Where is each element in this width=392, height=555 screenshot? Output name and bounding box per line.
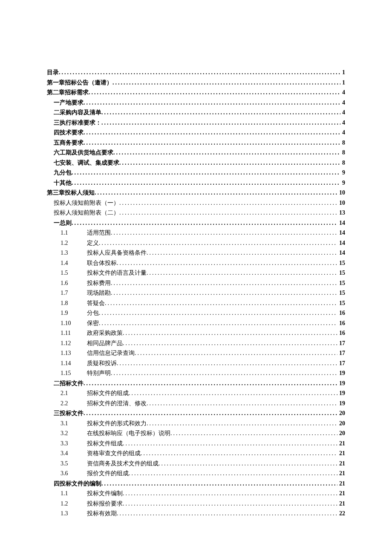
- toc-leader-dots: [141, 448, 337, 459]
- toc-leader-dots: [84, 128, 340, 138]
- toc-entry-page: 16: [337, 318, 345, 328]
- toc-entry-title: 七安装、调试、集成要求: [54, 158, 119, 168]
- toc-entry-page: 10: [337, 198, 345, 208]
- toc-leader-dots: [72, 168, 340, 178]
- toc-leader-dots: [117, 509, 337, 519]
- toc-entry-number: 1.3: [61, 248, 87, 258]
- toc-leader-dots: [99, 238, 337, 248]
- toc-entry-page: 4: [340, 108, 345, 118]
- toc-leader-dots: [111, 278, 337, 288]
- toc-entry: 1.8答疑会15: [47, 298, 345, 308]
- toc-entry: 1.12相同品牌产品17: [47, 338, 345, 349]
- toc-entry-title: 分包: [87, 308, 99, 318]
- toc-entry-page: 15: [337, 278, 345, 288]
- toc-entry: 1.2定义14: [47, 238, 345, 248]
- toc-entry: 二招标文件19: [47, 378, 345, 389]
- toc-entry-page: 4: [340, 118, 345, 128]
- toc-entry: 一产地要求4: [47, 98, 345, 108]
- toc-entry-page: 4: [340, 87, 345, 98]
- toc-entry-title: 投标文件组成: [87, 439, 123, 449]
- toc-entry-page: 4: [340, 98, 345, 108]
- toc-entry-title: 十其他: [54, 178, 72, 188]
- toc-leader-dots: [111, 288, 337, 298]
- toc-entry: 四技术要求4: [47, 128, 345, 138]
- table-of-contents: 目录1第一章招标公告（邀请）1第二章招标需求4一产地要求4二采购内容及清单4三执…: [47, 67, 345, 519]
- toc-leader-dots: [95, 188, 337, 198]
- toc-entry-page: 15: [337, 298, 345, 308]
- toc-leader-dots: [111, 228, 337, 238]
- toc-leader-dots: [89, 87, 340, 98]
- toc-entry-page: 19: [337, 398, 345, 409]
- toc-entry-number: 1.9: [61, 308, 87, 318]
- toc-entry-title: 一总则: [54, 218, 72, 228]
- toc-entry: 三执行标准要求：4: [47, 118, 345, 128]
- toc-entry-page: 9: [340, 178, 345, 188]
- toc-entry-title: 特别声明: [87, 368, 111, 378]
- toc-leader-dots: [72, 178, 340, 188]
- toc-entry-page: 20: [337, 428, 345, 439]
- toc-entry-title: 二招标文件: [54, 378, 84, 389]
- toc-entry: 3.1投标文件的形式和效力20: [47, 418, 345, 429]
- toc-entry-title: 答疑会: [87, 298, 105, 308]
- toc-leader-dots: [101, 108, 340, 118]
- toc-entry-number: 1.2: [61, 238, 87, 248]
- toc-leader-dots: [123, 338, 337, 349]
- toc-entry-page: 21: [337, 448, 345, 459]
- toc-entry: 投标人须知前附表（一）10: [47, 198, 345, 208]
- toc-entry-title: 三投标文件: [54, 408, 84, 418]
- toc-entry-title: 相同品牌产品: [87, 338, 123, 349]
- toc-entry: 1.9分包16: [47, 308, 345, 318]
- toc-entry: 1.13信用信息记录查询17: [47, 348, 345, 358]
- toc-entry-page: 15: [337, 258, 345, 268]
- toc-entry-page: 17: [337, 358, 345, 369]
- toc-leader-dots: [84, 408, 337, 418]
- toc-entry-title: 五商务要求: [54, 138, 84, 148]
- toc-entry: 九分包9: [47, 168, 345, 178]
- toc-leader-dots: [123, 439, 337, 449]
- toc-entry-page: 21: [337, 468, 345, 479]
- toc-entry-page: 19: [337, 388, 345, 398]
- toc-entry-title: 目录: [47, 67, 59, 78]
- toc-leader-dots: [59, 67, 340, 78]
- toc-entry: 目录1: [47, 67, 345, 78]
- toc-entry: 3.2在线投标响应（电子投标）说明20: [47, 428, 345, 439]
- toc-entry-title: 在线投标响应（电子投标）说明: [87, 428, 170, 439]
- toc-leader-dots: [99, 318, 337, 328]
- toc-entry-title: 适用范围: [87, 228, 111, 238]
- toc-leader-dots: [117, 358, 337, 369]
- toc-entry-title: 第三章投标人须知: [47, 188, 95, 198]
- toc-entry-page: 15: [337, 288, 345, 298]
- toc-entry-title: 二采购内容及清单: [54, 108, 101, 118]
- toc-entry-page: 19: [337, 368, 345, 378]
- toc-entry-number: 1.4: [61, 258, 87, 268]
- toc-leader-dots: [147, 398, 337, 409]
- toc-entry: 第一章招标公告（邀请）1: [47, 78, 345, 88]
- toc-entry-title: 投标人须知前附表（一）: [54, 198, 119, 208]
- toc-entry: 四投标文件的编制21: [47, 479, 345, 489]
- toc-leader-dots: [129, 468, 337, 479]
- toc-entry-page: 8: [340, 138, 345, 148]
- toc-entry-page: 16: [337, 308, 345, 318]
- toc-entry: 十其他9: [47, 178, 345, 188]
- toc-entry-title: 保密: [87, 318, 99, 328]
- toc-entry: 三投标文件20: [47, 408, 345, 418]
- toc-entry-title: 投标文件编制: [87, 488, 123, 499]
- toc-entry-page: 21: [337, 488, 345, 499]
- toc-leader-dots: [84, 138, 340, 148]
- toc-entry-page: 1: [340, 67, 345, 78]
- toc-leader-dots: [112, 78, 340, 88]
- toc-entry-title: 九分包: [54, 168, 72, 178]
- toc-leader-dots: [117, 258, 337, 268]
- toc-entry: 1.7现场踏勘15: [47, 288, 345, 298]
- toc-leader-dots: [84, 98, 340, 108]
- toc-leader-dots: [119, 158, 340, 168]
- toc-entry-number: 1.2: [61, 499, 87, 509]
- toc-entry-page: 20: [337, 418, 345, 429]
- toc-entry: 1.4联合体投标15: [47, 258, 345, 268]
- toc-entry-title: 信用信息记录查询: [87, 348, 135, 358]
- toc-entry-number: 2.1: [61, 388, 87, 398]
- toc-entry: 六工期及供货地点要求8: [47, 148, 345, 158]
- toc-entry-number: 1.11: [61, 328, 87, 338]
- toc-leader-dots: [101, 118, 340, 128]
- toc-entry-number: 1.1: [61, 228, 87, 238]
